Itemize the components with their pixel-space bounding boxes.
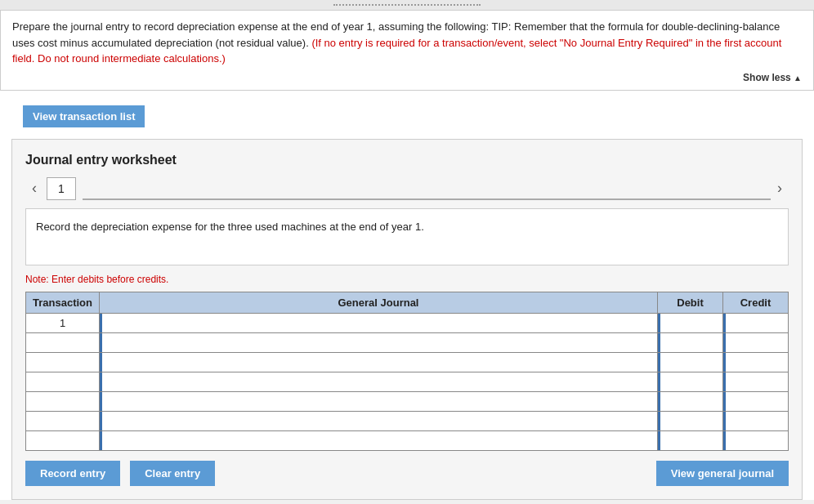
button-row: Record entry Clear entry View general jo…: [25, 461, 789, 486]
credit-input[interactable]: [723, 314, 788, 332]
show-less-arrow-icon: ▲: [794, 74, 802, 83]
col-header-transaction: Transaction: [26, 292, 100, 313]
transaction-cell: [26, 332, 100, 352]
transaction-cell: [26, 391, 100, 411]
general-journal-cell[interactable]: [100, 411, 658, 430]
debit-cell[interactable]: [658, 313, 723, 332]
tab-underline: [83, 177, 771, 200]
nav-row: ‹ 1 ›: [25, 177, 789, 200]
general-journal-input[interactable]: [100, 353, 657, 372]
journal-table: Transaction General Journal Debit Credit…: [25, 292, 789, 451]
general-journal-input[interactable]: [100, 333, 657, 352]
credit-input[interactable]: [723, 372, 788, 391]
credit-input[interactable]: [723, 333, 788, 352]
debit-input[interactable]: [658, 392, 722, 411]
transaction-cell: [26, 352, 100, 372]
col-header-credit: Credit: [723, 292, 789, 313]
debit-input[interactable]: [658, 412, 722, 430]
transaction-cell: [26, 372, 100, 391]
table-row: [26, 430, 789, 450]
general-journal-cell[interactable]: [100, 332, 658, 352]
table-row: [26, 411, 789, 430]
col-header-debit: Debit: [658, 292, 723, 313]
col-header-general: General Journal: [100, 292, 658, 313]
table-row: [26, 352, 789, 372]
credit-cell[interactable]: [723, 411, 789, 430]
general-journal-cell[interactable]: [100, 352, 658, 372]
description-box: Record the depreciation expense for the …: [25, 208, 789, 265]
worksheet-title: Journal entry worksheet: [25, 153, 789, 167]
debit-cell[interactable]: [658, 391, 723, 411]
page-number: 1: [47, 177, 76, 200]
description-text: Record the depreciation expense for the …: [36, 221, 424, 233]
debit-cell[interactable]: [658, 372, 723, 391]
transaction-cell: [26, 411, 100, 430]
transaction-cell: [26, 430, 100, 450]
table-row: [26, 372, 789, 391]
table-row: [26, 391, 789, 411]
debit-input[interactable]: [658, 353, 722, 372]
credit-input[interactable]: [723, 392, 788, 411]
clear-entry-button[interactable]: Clear entry: [130, 461, 215, 486]
general-journal-cell[interactable]: [100, 391, 658, 411]
record-entry-button[interactable]: Record entry: [25, 461, 120, 486]
prev-arrow-icon[interactable]: ‹: [25, 178, 43, 198]
general-journal-input[interactable]: [100, 431, 657, 450]
general-journal-cell[interactable]: [100, 372, 658, 391]
general-journal-input[interactable]: [100, 412, 657, 430]
debit-input[interactable]: [658, 333, 722, 352]
general-journal-input[interactable]: [100, 372, 657, 391]
view-transaction-button[interactable]: View transaction list: [23, 105, 145, 127]
table-row: 1: [26, 313, 789, 332]
note-text: Note: Enter debits before credits.: [25, 274, 789, 285]
general-journal-cell[interactable]: [100, 313, 658, 332]
table-row: [26, 332, 789, 352]
view-general-journal-button[interactable]: View general journal: [656, 461, 789, 486]
credit-cell[interactable]: [723, 352, 789, 372]
debit-input[interactable]: [658, 431, 722, 450]
credit-cell[interactable]: [723, 430, 789, 450]
credit-cell[interactable]: [723, 372, 789, 391]
credit-cell[interactable]: [723, 391, 789, 411]
general-journal-input[interactable]: [100, 314, 657, 332]
credit-input[interactable]: [723, 353, 788, 372]
general-journal-cell[interactable]: [100, 430, 658, 450]
general-journal-input[interactable]: [100, 392, 657, 411]
instruction-box: Prepare the journal entry to record depr…: [0, 10, 814, 91]
worksheet-container: Journal entry worksheet ‹ 1 › Record the…: [11, 139, 803, 500]
debit-input[interactable]: [658, 372, 722, 391]
credit-input[interactable]: [723, 412, 788, 430]
debit-input[interactable]: [658, 314, 722, 332]
show-less[interactable]: Show less ▲: [12, 70, 802, 85]
transaction-cell: 1: [26, 313, 100, 332]
debit-cell[interactable]: [658, 430, 723, 450]
debit-cell[interactable]: [658, 352, 723, 372]
credit-cell[interactable]: [723, 332, 789, 352]
next-arrow-icon[interactable]: ›: [771, 178, 789, 198]
credit-input[interactable]: [723, 431, 788, 450]
show-less-label[interactable]: Show less: [743, 72, 791, 83]
credit-cell[interactable]: [723, 313, 789, 332]
debit-cell[interactable]: [658, 411, 723, 430]
debit-cell[interactable]: [658, 332, 723, 352]
